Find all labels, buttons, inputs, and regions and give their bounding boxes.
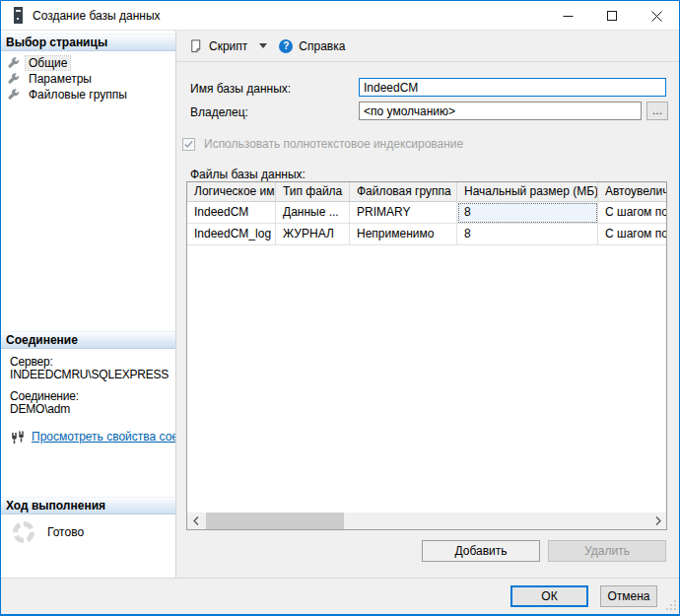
close-icon <box>651 11 662 22</box>
window-title: Создание базы данных <box>33 9 161 23</box>
page-select-list: Общие Параметры Файловые группы <box>1 55 175 103</box>
owner-input[interactable] <box>359 102 642 120</box>
cell-initial-size[interactable]: 8 <box>457 224 598 245</box>
sidebar-item-label: Файловые группы <box>26 88 130 102</box>
cell-logical-name[interactable]: IndeedCM <box>187 202 276 224</box>
check-icon <box>183 139 194 150</box>
column-header: Автоувеличен <box>598 182 667 202</box>
sidebar-item-filegroups[interactable]: Файловые группы <box>1 87 175 103</box>
script-dropdown-arrow-icon[interactable] <box>259 43 267 48</box>
db-name-input[interactable] <box>359 78 666 97</box>
cell-autogrowth[interactable]: С шагом по 6 <box>598 224 667 245</box>
fulltext-label: Использовать полнотекстовое индексирован… <box>204 137 463 151</box>
grid-header-row: Логическое имя Тип файла Файловая группа… <box>187 182 666 202</box>
page-select-header: Выбор страницы <box>1 34 175 51</box>
maximize-icon <box>607 11 618 22</box>
server-label: Сервер: <box>10 356 175 369</box>
connection-value: DEMO\adm <box>10 403 175 416</box>
cell-file-type[interactable]: Данные ... <box>276 202 350 224</box>
resize-grip[interactable] <box>664 598 677 614</box>
cancel-button[interactable]: Отмена <box>600 585 657 607</box>
minimize-button[interactable] <box>546 1 590 31</box>
files-label: Файлы базы данных: <box>190 168 306 181</box>
close-button[interactable] <box>635 1 679 31</box>
sidebar-item-label: Параметры <box>26 72 95 86</box>
title-bar: Создание базы данных <box>1 1 679 31</box>
connection-body: Сервер: INDEEDCMRU\SQLEXPRESS Соединение… <box>1 349 175 445</box>
ok-button[interactable]: ОК <box>510 585 588 607</box>
column-header: Файловая группа <box>350 182 457 202</box>
script-icon <box>188 38 203 53</box>
server-value: INDEEDCMRU\SQLEXPRESS <box>10 369 175 381</box>
scroll-left-button[interactable] <box>187 513 204 529</box>
progress-section: Ход выполнения Готово <box>1 497 175 543</box>
wrench-icon <box>8 73 20 85</box>
chevron-right-icon <box>655 516 661 525</box>
plug-icon <box>10 431 26 445</box>
cell-filegroup[interactable]: Неприменимо <box>350 224 457 245</box>
script-button-label: Скрипт <box>209 39 247 53</box>
progress-body: Готово <box>13 521 175 543</box>
wrench-icon <box>8 89 20 101</box>
help-icon: ? <box>279 39 293 53</box>
page-select-section: Выбор страницы Общие Параметры <box>1 34 175 103</box>
fulltext-row: Использовать полнотекстовое индексирован… <box>182 137 463 151</box>
connection-label: Соединение: <box>10 390 175 403</box>
view-connection-properties-link[interactable]: Просмотреть свойства соед <box>32 431 175 444</box>
progress-spinner-icon <box>13 521 34 543</box>
chevron-left-icon <box>193 516 199 525</box>
connection-properties-row: Просмотреть свойства соед <box>10 429 175 445</box>
database-files-grid: Логическое имя Тип файла Файловая группа… <box>186 181 667 530</box>
cell-file-type[interactable]: ЖУРНАЛ <box>276 224 350 245</box>
script-button[interactable]: Скрипт <box>185 36 250 55</box>
db-name-label: Имя базы данных: <box>190 82 291 96</box>
scroll-right-button[interactable] <box>649 513 666 529</box>
wrench-icon <box>8 57 20 69</box>
sidebar-item-label: Общие <box>26 56 70 70</box>
cell-logical-name[interactable]: IndeedCM_log <box>187 224 276 245</box>
connection-section: Соединение Сервер: INDEEDCMRU\SQLEXPRESS… <box>1 331 175 445</box>
cell-autogrowth[interactable]: С шагом по 6 <box>598 202 667 224</box>
owner-label: Владелец: <box>190 105 248 119</box>
remove-button: Удалить <box>548 540 666 562</box>
sidebar-item-options[interactable]: Параметры <box>1 71 175 87</box>
horizontal-scrollbar[interactable] <box>187 513 666 529</box>
create-database-dialog: Создание базы данных Выбор страницы Об <box>0 0 680 616</box>
cell-initial-size[interactable]: 8 <box>457 202 598 224</box>
column-header: Логическое имя <box>187 182 276 202</box>
owner-browse-button[interactable]: ... <box>646 102 668 120</box>
sidebar-item-general[interactable]: Общие <box>1 55 175 71</box>
maximize-button[interactable] <box>590 1 635 31</box>
bottom-bar: ОК Отмена <box>1 578 679 615</box>
help-button[interactable]: ? Справка <box>276 37 348 55</box>
add-button[interactable]: Добавить <box>422 540 540 562</box>
database-server-icon <box>14 7 23 24</box>
scrollbar-thumb[interactable] <box>206 513 344 529</box>
minimize-icon <box>563 11 574 22</box>
main-panel: Скрипт ? Справка Имя базы данных: Владел… <box>176 31 679 578</box>
connection-header: Соединение <box>1 331 175 349</box>
table-row: IndeedCM_log ЖУРНАЛ Неприменимо 8 С шаго… <box>187 224 666 245</box>
column-header: Тип файла <box>276 182 350 202</box>
column-header: Начальный размер (МБ) <box>457 182 598 202</box>
toolbar: Скрипт ? Справка <box>176 31 679 62</box>
progress-status: Готово <box>47 525 84 543</box>
sidebar: Выбор страницы Общие Параметры <box>1 31 176 578</box>
fulltext-checkbox <box>182 138 195 151</box>
table-row: IndeedCM Данные ... PRIMARY 8 С шагом по… <box>187 202 666 224</box>
cell-filegroup[interactable]: PRIMARY <box>350 202 457 224</box>
window-controls <box>546 1 679 31</box>
progress-header: Ход выполнения <box>1 497 175 514</box>
help-button-label: Справка <box>299 39 345 53</box>
